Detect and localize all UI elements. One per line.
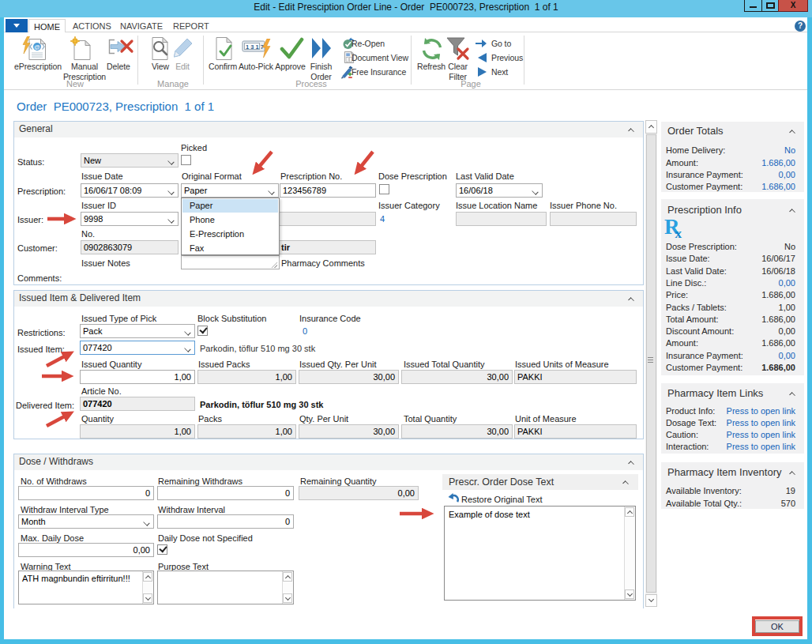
svg-text:@: @ (34, 43, 39, 51)
svg-text:1 3 1 7: 1 3 1 7 (246, 43, 264, 51)
